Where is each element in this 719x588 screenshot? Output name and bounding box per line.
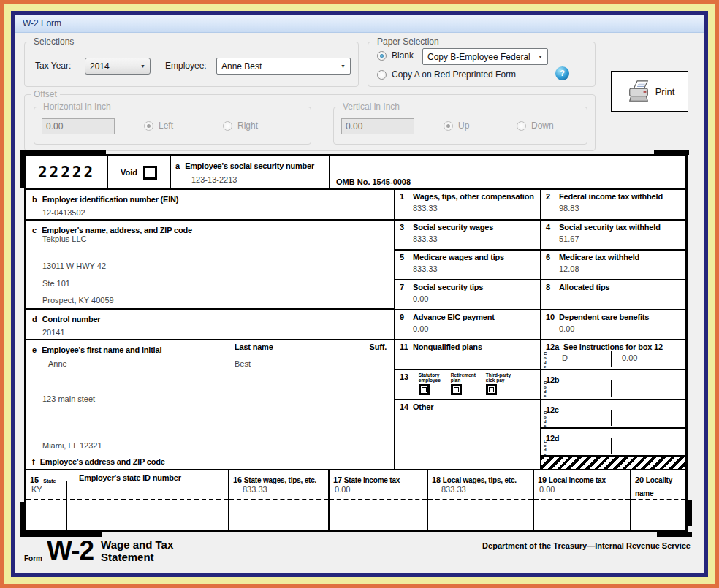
box-16-value: 833.33 [243,485,267,494]
box-d-label: Control number [42,315,101,324]
form-right-column: 1Wages, tips, other compensation 833.33 … [395,190,685,469]
w2-form-preview: 22222 Void aEmployee's social security n… [24,154,691,563]
box-12c: 12c Code [541,400,685,429]
box-11: 11Nonqualified plans [395,340,541,369]
box-f-label: Employee's address and ZIP code [40,457,165,466]
up-radio [444,121,453,131]
box-e-employee: eEmployee's first name and initial Last … [26,340,394,469]
control-code-box: 22222 [26,156,108,188]
right-radio-label: Right [237,121,258,131]
copy-type-dropdown[interactable]: Copy B-Employee Federal ▼ [422,48,548,65]
copy-a-radio-label[interactable]: Copy A on Red Preprinted Form [392,69,516,80]
printer-icon [625,79,653,104]
box-a-label: Employee's social security number [185,161,314,170]
box-18: 18Local wages, tips, etc. 833.33 [428,470,534,530]
box-9-value: 0.00 [413,324,536,333]
tax-year-value: 2014 [90,61,110,72]
hatched-area [541,457,685,469]
vertical-offset-label: Vertical in Inch [340,102,403,112]
employee-label: Employee: [165,61,207,71]
blank-radio[interactable] [377,51,387,61]
box-20: 20Locality name [631,470,685,530]
box-10: 10Dependent care benefits 0.00 [541,310,685,339]
box-b-label: Employer identification number (EIN) [42,195,179,204]
box-12d: 12d Code [541,429,685,457]
corner-mark [20,532,102,537]
retirement-plan-checkbox[interactable] [451,384,462,395]
box-15-value: KY [31,485,42,494]
code-vertical-label: Code [544,439,547,457]
box-d-control: dControl number 20141 [26,310,394,340]
void-label: Void [121,168,137,177]
box-letter: f [32,457,35,466]
chevron-down-icon: ▼ [140,64,145,69]
box-9: 9Advance EIC payment 0.00 [395,310,541,339]
corner-mark [24,150,106,155]
box-letter: d [32,315,37,324]
box-1-value: 833.33 [413,204,536,213]
box-18-value: 833.33 [441,485,466,494]
box-2: 2Federal income tax withheld 98.83 [541,190,685,219]
corner-mark [687,500,692,526]
help-icon[interactable]: ? [555,66,569,80]
corner-mark [20,150,25,188]
first-name-value: Anne [48,359,67,368]
box-14: 14Other [395,400,541,469]
dashed-divider [330,499,427,500]
box-5: 5Medicare wages and tips 833.33 [395,251,541,279]
box-19-value: 0.00 [539,485,555,494]
void-checkbox[interactable] [143,166,157,180]
box-12a-value: 0.00 [622,354,637,362]
box-letter: e [32,345,37,354]
horizontal-offset-label: Horizontal in Inch [40,102,114,112]
outer-frame-yellow: W-2 Form Selections Tax Year: 2014 ▼ Emp… [4,4,715,584]
statutory-employee-option: Statutoryemployee [419,373,441,397]
corner-mark [657,532,692,537]
code-vertical-label: Code [544,381,547,398]
employee-dropdown[interactable]: Anne Best ▼ [216,58,351,75]
left-radio [144,121,153,131]
w2-form-window: W-2 Form Selections Tax Year: 2014 ▼ Emp… [15,15,704,573]
employer-city: Prospect, KY 40059 [42,296,114,305]
box-1: 1Wages, tips, other compensation 833.33 [395,190,541,219]
up-radio-label: Up [458,121,469,131]
ssn-value: 123-13-2213 [191,175,324,184]
employer-address-1: 13011 W HWY 42 [42,261,106,270]
left-radio-label: Left [159,121,173,131]
tax-year-dropdown[interactable]: 2014 ▼ [85,58,151,75]
form-statement-title: Wage and TaxStatement [101,538,173,563]
dashed-divider [428,499,533,500]
vertical-offset-group: Vertical in Inch 0.00 Up Down [333,107,587,145]
copy-a-radio[interactable] [377,70,387,80]
box-b-ein: bEmployer identification number (EIN) 12… [26,190,394,221]
box-c-label: Employer's name, address, and ZIP code [42,226,192,234]
last-name-value: Best [235,359,251,368]
print-button-label: Print [655,86,675,97]
print-button[interactable]: Print [611,71,688,112]
box-2-value: 98.83 [559,204,681,213]
form-left-column: bEmployer identification number (EIN) 12… [26,190,395,469]
window-titlebar: W-2 Form [15,15,704,33]
statutory-employee-checkbox[interactable] [419,384,430,395]
divider [611,438,612,454]
horizontal-offset-input: 0.00 [42,118,115,134]
code-vertical-label: Code [544,411,547,428]
box-c-employer: cEmployer's name, address, and ZIP code … [26,221,394,310]
blank-radio-label[interactable]: Blank [392,50,414,61]
dashed-divider [26,499,228,500]
right-radio [223,121,232,131]
dashed-divider [534,499,630,500]
down-radio [517,121,526,131]
treasury-department-text: Department of the Treasury—Internal Reve… [482,541,691,563]
w2-form-body: 22222 Void aEmployee's social security n… [24,154,688,532]
third-party-sick-pay-checkbox[interactable] [486,384,497,395]
vertical-offset-input: 0.00 [341,118,414,134]
third-party-sick-pay-option: Third-partysick pay [486,373,511,397]
offset-group: Offset Horizontal in Inch 0.00 Left Righ… [24,94,596,151]
corner-mark [654,150,689,155]
window-title: W-2 Form [23,18,61,28]
window-border: W-2 Form Selections Tax Year: 2014 ▼ Emp… [11,11,708,577]
control-number-value: 20141 [42,328,388,337]
void-box: Void [108,156,171,188]
last-name-label: Last name [235,343,273,351]
